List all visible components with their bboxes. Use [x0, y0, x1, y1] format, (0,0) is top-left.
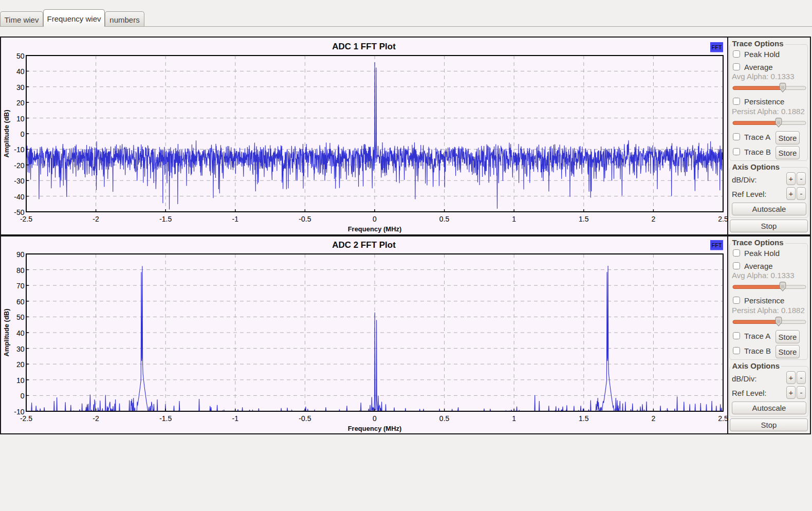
svg-text:ADC 2 FFT Plot: ADC 2 FFT Plot: [332, 240, 396, 250]
svg-text:FFT: FFT: [711, 242, 722, 248]
svg-text:30: 30: [16, 345, 25, 353]
svg-text:-1.5: -1.5: [159, 414, 172, 423]
svg-text:-1: -1: [232, 215, 239, 223]
svg-text:0.5: 0.5: [439, 414, 450, 423]
svg-text:-1.5: -1.5: [159, 215, 172, 223]
svg-text:-2.5: -2.5: [20, 414, 32, 423]
svg-text:20: 20: [16, 360, 25, 369]
svg-text:40: 40: [16, 67, 25, 76]
svg-text:30: 30: [16, 83, 25, 92]
svg-text:1.5: 1.5: [579, 414, 589, 423]
svg-text:80: 80: [16, 266, 25, 275]
svg-text:10: 10: [16, 376, 25, 385]
svg-text:Frequency (MHz): Frequency (MHz): [348, 225, 402, 233]
svg-text:20: 20: [16, 99, 25, 107]
svg-text:2: 2: [652, 215, 656, 223]
svg-text:0: 0: [373, 414, 377, 423]
svg-text:Frequency (MHz): Frequency (MHz): [348, 425, 402, 432]
svg-text:2: 2: [652, 414, 656, 423]
svg-text:-0.5: -0.5: [299, 215, 311, 223]
svg-text:0.5: 0.5: [439, 215, 450, 223]
svg-text:Amplitude (dB): Amplitude (dB): [3, 110, 10, 157]
svg-text:-20: -20: [14, 161, 24, 170]
svg-text:60: 60: [16, 298, 25, 306]
svg-text:0: 0: [21, 130, 25, 138]
svg-text:-10: -10: [14, 145, 24, 154]
svg-text:50: 50: [16, 52, 25, 60]
svg-text:1: 1: [512, 215, 516, 223]
svg-text:-2: -2: [93, 215, 99, 223]
svg-text:0: 0: [373, 215, 377, 223]
svg-text:-40: -40: [14, 193, 24, 201]
svg-text:1.5: 1.5: [579, 215, 589, 223]
svg-text:1: 1: [512, 414, 516, 423]
svg-text:70: 70: [16, 282, 25, 290]
svg-text:-0.5: -0.5: [299, 414, 311, 423]
svg-text:-1: -1: [232, 414, 239, 423]
svg-text:-2.5: -2.5: [20, 215, 32, 223]
svg-text:90: 90: [16, 250, 25, 259]
svg-text:2.5: 2.5: [718, 215, 727, 223]
svg-text:0: 0: [21, 392, 25, 400]
svg-text:50: 50: [16, 313, 25, 321]
svg-text:40: 40: [16, 329, 25, 337]
svg-text:10: 10: [16, 115, 25, 123]
svg-text:2.5: 2.5: [718, 414, 727, 423]
svg-text:-30: -30: [14, 177, 24, 185]
svg-text:Amplitude (dB): Amplitude (dB): [3, 308, 10, 356]
svg-text:-2: -2: [93, 414, 99, 423]
svg-text:FFT: FFT: [711, 44, 722, 50]
svg-text:ADC 1 FFT Plot: ADC 1 FFT Plot: [332, 42, 396, 51]
